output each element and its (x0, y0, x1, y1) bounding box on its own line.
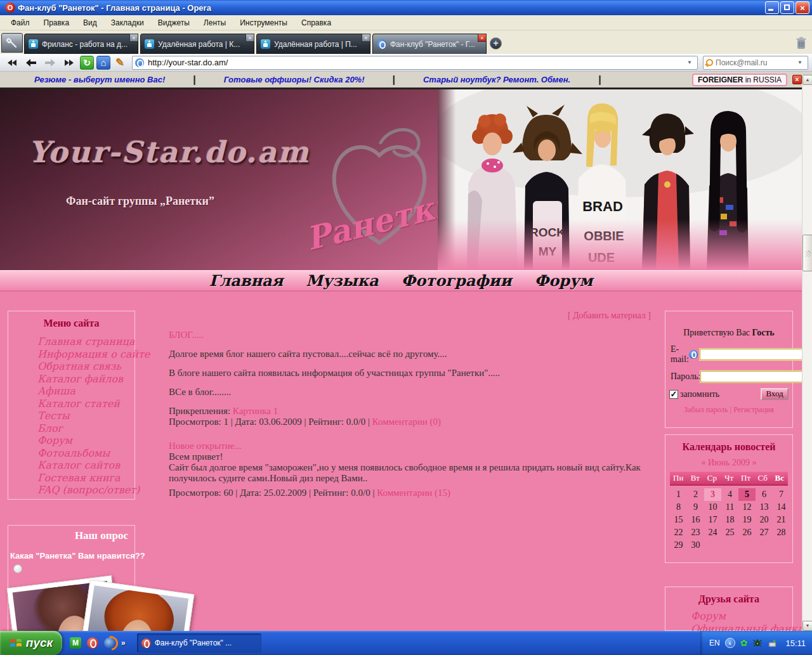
taskbar-task-opera[interactable]: Фан-клуб "Ранеток" ... (137, 633, 261, 652)
rewind-button[interactable] (4, 56, 20, 70)
nav-music[interactable]: Музыка (306, 271, 378, 290)
menu-item-forum[interactable]: Форум (37, 434, 134, 447)
nav-photos[interactable]: Фотографии (402, 271, 512, 290)
menu-item-sites[interactable]: Каталог сайтов (37, 459, 134, 472)
menu-item-feedback[interactable]: Обратная связь (37, 360, 134, 373)
menu-item-articles[interactable]: Каталог статей (37, 398, 134, 410)
pencil-note-icon[interactable]: ✎ (113, 56, 127, 70)
menu-item-afisha[interactable]: Афиша (37, 385, 134, 398)
scroll-up-icon[interactable]: ▲ (802, 75, 812, 85)
ad-link-offshore[interactable]: Готовые оффшоры! Скидка 20%! (224, 75, 365, 84)
menu-feeds[interactable]: Ленты (197, 16, 233, 29)
tab-bar: Фриланс - работа на д... × Удалённая раб… (0, 30, 812, 54)
panels-toggle-button[interactable] (1, 33, 23, 53)
back-button[interactable] (23, 56, 39, 70)
ad-link-laptop[interactable]: Старый ноутбук? Ремонт. Обмен. (423, 75, 570, 84)
comments-link[interactable]: Комментарии (0) (372, 417, 441, 427)
menu-widgets[interactable]: Виджеты (151, 16, 197, 29)
minimize-button[interactable] (765, 1, 779, 14)
menu-edit[interactable]: Правка (37, 16, 77, 29)
quick-launch-green-app-icon[interactable]: M (70, 637, 81, 649)
new-tab-button[interactable]: + (490, 37, 502, 49)
tab-fanclub-active[interactable]: Фан-клуб "Ранеток" - Г... × (372, 34, 487, 54)
tab-close-icon[interactable]: × (362, 34, 370, 42)
poll-radio[interactable] (13, 564, 22, 573)
closed-tabs-trash-icon[interactable] (794, 36, 808, 51)
menu-item-faq[interactable]: FAQ (вопрос/ответ) (37, 484, 134, 496)
foreigner-badge[interactable]: FOREIGNER in RUSSIA (692, 74, 787, 86)
nav-forum[interactable]: Форум (534, 271, 593, 290)
tray-collapse-icon[interactable]: ‹ (725, 638, 735, 648)
email-field[interactable] (700, 349, 802, 360)
quick-launch-firefox-icon[interactable] (104, 637, 115, 649)
menu-bookmarks[interactable]: Закладки (104, 16, 151, 29)
friend-link-fanclub[interactable]: Официальный фанклуб (691, 623, 792, 631)
tab-close-icon[interactable]: × (246, 34, 254, 42)
forward-button[interactable] (42, 56, 58, 70)
tab-remote-work-2[interactable]: Удалённая работа | П... × (256, 34, 370, 54)
friend-link-forum[interactable]: Форум (691, 610, 792, 623)
welcome-text: Приветствую Вас Гость (665, 311, 792, 338)
restore-button[interactable] (780, 1, 794, 14)
clock[interactable]: 15:11 (785, 639, 806, 648)
menu-item-albums[interactable]: Фотоальбомы (37, 447, 134, 460)
menu-file[interactable]: Файл (4, 16, 37, 29)
vertical-scrollbar[interactable]: ▲ ▼ (802, 75, 812, 631)
add-material-link[interactable]: [ Добавить материал ] (169, 311, 651, 321)
tab-freelance[interactable]: Фриланс - работа на д... × (24, 34, 138, 54)
register-link[interactable]: Регистрация (733, 405, 774, 414)
address-bar[interactable]: ▼ (132, 56, 698, 70)
nav-home[interactable]: Главная (209, 271, 284, 290)
attachment-link[interactable]: Картинка 1 (233, 406, 278, 416)
post-stats: Просмотров: 60 | Дата: 25.02.2009 | Рейт… (169, 488, 374, 498)
calendar-month-nav[interactable]: « Июнь 2009 » (665, 458, 792, 468)
wand-icon[interactable] (689, 350, 698, 359)
fast-forward-button[interactable] (61, 56, 77, 70)
close-button[interactable]: × (796, 1, 809, 14)
menu-item-tests[interactable]: Тесты (37, 410, 134, 422)
tab-close-icon[interactable]: × (129, 34, 138, 42)
search-dropdown-icon[interactable]: ▼ (795, 57, 805, 68)
ad-link-resume[interactable]: Резюме - выберут именно Вас! (34, 75, 165, 84)
menu-view[interactable]: Вид (76, 16, 104, 29)
spider-antivirus-icon[interactable] (752, 638, 763, 648)
calendar-day: 19 (738, 514, 756, 526)
home-button[interactable]: ⌂ (96, 56, 110, 70)
post-paragraph: В блоге нашего сайта появилась информаци… (169, 368, 651, 379)
calendar-day-news[interactable]: 3 (704, 488, 721, 501)
start-button[interactable]: пуск (0, 631, 62, 655)
scroll-down-icon[interactable]: ▼ (802, 621, 812, 631)
ad-close-icon[interactable]: × (792, 75, 802, 84)
menu-tools[interactable]: Инструменты (233, 16, 294, 29)
comments-link[interactable]: Комментарии (15) (377, 488, 450, 498)
tab-remote-work-1[interactable]: Удалённая работа | К... × (140, 34, 254, 54)
remember-checkbox[interactable]: ✓ (669, 390, 678, 399)
search-input[interactable] (716, 58, 795, 67)
post-title[interactable]: Новое открытие... (169, 441, 651, 451)
language-indicator[interactable]: EN (709, 639, 720, 647)
tab-close-icon[interactable]: × (478, 34, 487, 42)
menu-item-main[interactable]: Главная страница (37, 335, 134, 348)
post-title[interactable]: БЛОГ..... (169, 330, 651, 340)
menu-item-guestbook[interactable]: Гостевая книга (37, 472, 134, 484)
url-input[interactable] (148, 58, 684, 67)
scrollbar-thumb[interactable] (802, 235, 812, 271)
calendar-day: 14 (773, 501, 790, 514)
quick-launch: M » (62, 637, 132, 649)
reload-button[interactable]: ↻ (80, 56, 94, 70)
password-field[interactable] (700, 371, 802, 382)
menu-item-blog[interactable]: Блог (37, 422, 134, 435)
qip-flower-icon[interactable]: ✿ (740, 638, 748, 648)
safely-remove-device-icon[interactable] (768, 638, 778, 648)
menu-help[interactable]: Справка (294, 16, 338, 29)
forgot-password-link[interactable]: Забыл пароль (684, 405, 728, 414)
menu-item-info[interactable]: Информация о сайте (37, 348, 134, 361)
search-box[interactable]: ▼ (703, 56, 808, 70)
login-button[interactable]: Вход (761, 388, 789, 400)
quick-launch-more-icon[interactable]: » (121, 639, 126, 647)
quick-launch-opera-icon[interactable] (87, 637, 98, 649)
menu-item-files[interactable]: Каталог файлов (37, 373, 134, 386)
poll-title: Наш опрос (8, 526, 134, 542)
news-calendar-box: Календарь новостей « Июнь 2009 » Пн Вт С… (665, 434, 793, 563)
address-dropdown-icon[interactable]: ▼ (684, 57, 695, 68)
